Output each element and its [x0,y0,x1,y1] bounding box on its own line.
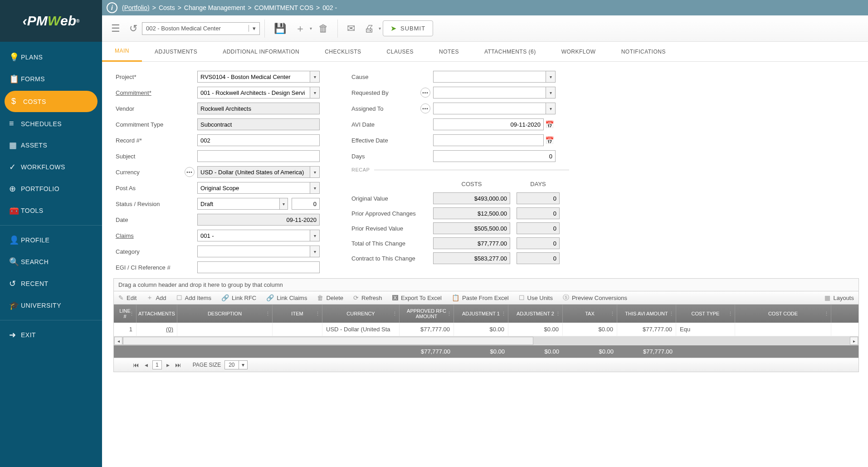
pager-page-size-select[interactable]: 20▾ [224,360,247,369]
column-menu-icon[interactable]: ⋮ [556,311,561,317]
currency-dropdown[interactable]: ▾ [310,166,320,178]
grid-refresh-button[interactable]: ⟳Refresh [353,294,382,301]
pager-next-button[interactable]: ▸ [166,361,171,369]
grid-header-cell[interactable]: COST TYPE⋮ [676,305,735,323]
assigned-to-options-icon[interactable]: ••• [420,103,430,113]
commitment-dropdown[interactable]: ▾ [310,87,320,98]
tab-checklists[interactable]: CHECKLISTS [312,42,374,61]
sidebar-item-assets[interactable]: ▦ASSETS [0,134,102,156]
grid-header-cell[interactable]: DESCRIPTION⋮ [177,305,273,323]
assigned-to-field[interactable] [433,103,546,114]
commitment-field[interactable] [197,87,310,98]
history-icon[interactable]: ↺ [125,23,142,34]
pager-prev-button[interactable]: ◂ [144,361,149,369]
grid-use-units-toggle[interactable]: ☐Use Units [519,294,553,301]
grid-layouts-button[interactable]: ▦Layouts [824,294,854,301]
egi-field[interactable] [197,261,320,273]
grid-add-items-button[interactable]: ☐Add Items [176,294,212,301]
column-menu-icon[interactable]: ⋮ [265,311,270,317]
avi-date-calendar-icon[interactable]: 📅 [544,118,556,130]
assigned-to-dropdown[interactable]: ▾ [546,103,556,114]
category-field[interactable] [197,246,310,257]
tab-workflow[interactable]: WORKFLOW [549,42,609,61]
grid-header-cell[interactable]: ITEM⋮ [273,305,322,323]
sidebar-item-workflows[interactable]: ✓WORKFLOWS [0,156,102,178]
days-field[interactable] [433,150,556,162]
sidebar-item-exit[interactable]: ➜EXIT [0,324,102,346]
category-dropdown[interactable]: ▾ [310,246,320,257]
scroll-left-button[interactable]: ◂ [114,337,122,345]
scroll-right-button[interactable]: ▸ [850,337,858,345]
grid-export-button[interactable]: XExport To Excel [392,295,442,301]
grid-header-cell[interactable]: TAX⋮ [563,305,617,323]
tab-attachments-6-[interactable]: ATTACHMENTS (6) [472,42,549,61]
avi-date-field[interactable] [433,118,544,130]
pager-first-button[interactable]: ⏮ [132,361,140,369]
currency-field[interactable] [197,166,310,178]
sidebar-item-university[interactable]: 🎓UNIVERSITY [0,295,102,316]
grid-delete-button[interactable]: 🗑Delete [317,294,343,301]
tab-additional-information[interactable]: ADDITIONAL INFORMATION [210,42,312,61]
grid-header-cell[interactable]: LINE #⋮ [114,305,137,323]
scroll-thumb[interactable] [123,337,533,345]
grid-link-rfc-button[interactable]: 🔗Link RFC [221,294,256,301]
column-menu-icon[interactable]: ⋮ [315,311,320,317]
sidebar-item-tools[interactable]: 🧰TOOLS [0,200,102,221]
pager-page-number[interactable]: 1 [152,360,162,369]
breadcrumb-item[interactable]: (Portfolio) [122,4,150,11]
column-menu-icon[interactable]: ⋮ [669,311,674,317]
attachments-link[interactable]: (0) [166,326,173,333]
info-icon[interactable]: i [107,2,117,13]
subject-field[interactable] [197,150,320,162]
column-menu-icon[interactable]: ⋮ [170,311,175,317]
sidebar-item-plans[interactable]: 💡PLANS [0,46,102,68]
grid-header-cell[interactable]: ATTACHMENTS⋮ [137,305,177,323]
record-selector[interactable]: 002 - Boston Medical Center▾ [142,22,260,35]
column-menu-icon[interactable]: ⋮ [392,311,397,317]
sidebar-item-profile[interactable]: 👤PROFILE [0,229,102,251]
add-icon[interactable]: ＋ [291,22,310,35]
cause-field[interactable] [433,71,546,83]
column-menu-icon[interactable]: ⋮ [610,311,615,317]
project-dropdown[interactable]: ▾ [310,71,320,83]
claims-field[interactable] [197,230,310,241]
grid-header-cell[interactable]: APPROVED RFC AMOUNT⋮ [400,305,454,323]
cause-dropdown[interactable]: ▾ [546,71,556,83]
grid-horizontal-scrollbar[interactable]: ◂ ▸ [114,336,858,345]
pager-last-button[interactable]: ⏭ [174,361,182,369]
column-menu-icon[interactable]: ⋮ [129,311,134,317]
list-icon[interactable]: ☰ [107,23,125,34]
label-claims[interactable]: Claims [116,232,197,239]
grid-add-button[interactable]: ＋Add [146,294,166,302]
currency-options-icon[interactable]: ••• [185,167,195,177]
grid-header-cell[interactable]: CURRENCY⋮ [322,305,400,323]
project-field[interactable] [197,71,310,83]
tab-clauses[interactable]: CLAUSES [374,42,427,61]
grid-header-cell[interactable]: THIS AVI AMOUNT⋮ [617,305,676,323]
tab-notes[interactable]: NOTES [426,42,472,61]
status-dropdown[interactable]: ▾ [279,198,288,210]
tab-adjustments[interactable]: ADJUSTMENTS [142,42,210,61]
print-dropdown[interactable]: ▾ [377,24,383,33]
save-icon[interactable]: 💾 [269,23,291,34]
column-menu-icon[interactable]: ⋮ [824,311,829,317]
sidebar-item-forms[interactable]: 📋FORMS [0,68,102,90]
print-icon[interactable]: 🖨 [360,23,379,34]
table-row[interactable]: 1(0)USD - Dollar (United Sta$77,777.00$0… [114,323,858,336]
grid-preview-button[interactable]: ⓢPreview Conversions [563,294,627,302]
requested-by-options-icon[interactable]: ••• [420,88,430,98]
requested-by-field[interactable] [433,87,546,98]
sidebar-item-schedules[interactable]: ≡SCHEDULES [0,113,102,134]
email-icon[interactable]: ✉ [342,23,360,34]
requested-by-dropdown[interactable]: ▾ [546,87,556,98]
revision-field[interactable] [292,198,320,210]
tab-notifications[interactable]: NOTIFICATIONS [609,42,678,61]
sidebar-item-recent[interactable]: ↺RECENT [0,273,102,295]
grid-group-bar[interactable]: Drag a column header and drop it here to… [114,279,858,291]
effective-date-field[interactable] [433,134,544,146]
grid-paste-button[interactable]: 📋Paste From Excel [452,294,509,301]
effective-date-calendar-icon[interactable]: 📅 [544,134,556,146]
claims-dropdown[interactable]: ▾ [310,230,320,241]
delete-icon[interactable]: 🗑 [314,23,333,34]
sidebar-item-search[interactable]: 🔍SEARCH [0,251,102,273]
